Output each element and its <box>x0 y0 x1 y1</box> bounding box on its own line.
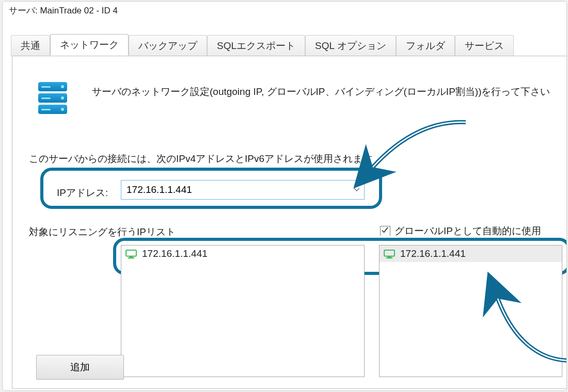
list-item[interactable]: 172.16.1.1.441 <box>121 246 364 262</box>
description-text: サーバのネットワーク設定(outgoing IP, グローバルIP、バインディン… <box>92 82 550 99</box>
description-row: サーバのネットワーク設定(outgoing IP, グローバルIP、バインディン… <box>38 82 550 123</box>
ip-address-combo[interactable] <box>121 180 365 200</box>
add-button[interactable]: 追加 <box>36 355 124 380</box>
global-ip-checkbox-label: グローバルIPとして自動的に使用 <box>395 224 541 238</box>
tab-backup[interactable]: バックアップ <box>129 35 207 56</box>
list-item-ip: 172.16.1.1.441 <box>400 248 466 259</box>
tabs-container: 共通 ネットワーク バックアップ SQLエクスポート SQL オプション フォル… <box>11 35 566 55</box>
list-item[interactable]: 172.16.1.1.441 <box>380 246 562 262</box>
svg-rect-5 <box>386 257 393 258</box>
listening-list-label: 対象にリスニングを行うIPリスト <box>29 225 176 239</box>
window-title: サーバ: MainTrade 02 - ID 4 <box>3 2 566 20</box>
tab-common[interactable]: 共通 <box>11 35 50 56</box>
list-item-ip: 172.16.1.1.441 <box>142 248 208 259</box>
global-ip-checkbox-row[interactable]: グローバルIPとして自動的に使用 <box>380 224 541 238</box>
global-ip-listbox[interactable]: 172.16.1.1.441 <box>379 245 562 377</box>
curved-arrow-icon <box>368 118 476 180</box>
tab-service[interactable]: サービス <box>455 35 514 56</box>
ip-label: IPアドレス: <box>57 186 108 200</box>
tab-folder[interactable]: フォルダ <box>396 35 455 56</box>
svg-rect-3 <box>384 250 395 256</box>
tab-network[interactable]: ネットワーク <box>50 34 129 55</box>
tab-panel-network: サーバのネットワーク設定(outgoing IP, グローバルIP、バインディン… <box>12 56 567 389</box>
monitor-icon <box>125 250 137 258</box>
connection-subheading: このサーバからの接続には、次のIPv4アドレスとIPv6アドレスが使用されます <box>29 152 372 166</box>
tab-sql-export[interactable]: SQLエクスポート <box>207 35 305 56</box>
svg-rect-2 <box>128 257 135 258</box>
tab-strip: 共通 ネットワーク バックアップ SQLエクスポート SQL オプション フォル… <box>11 35 566 55</box>
svg-rect-1 <box>129 257 133 258</box>
svg-rect-0 <box>126 250 136 256</box>
svg-rect-4 <box>387 257 391 258</box>
monitor-icon <box>384 250 395 258</box>
tab-sql-options[interactable]: SQL オプション <box>305 35 396 56</box>
server-stack-icon <box>38 82 67 123</box>
listening-ip-listbox[interactable]: 172.16.1.1.441 <box>121 245 365 377</box>
global-ip-checkbox[interactable] <box>380 226 390 236</box>
ip-address-input[interactable] <box>121 181 364 199</box>
server-settings-window: サーバ: MainTrade 02 - ID 4 共通 ネットワーク バックアッ… <box>2 1 567 391</box>
